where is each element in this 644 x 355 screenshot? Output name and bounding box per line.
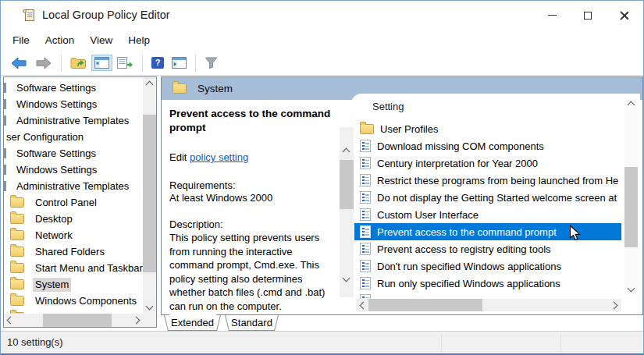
tree-item-user-configuration[interactable]: ser Configuration — [4, 129, 143, 145]
tab-extended[interactable]: Extended — [164, 315, 221, 331]
title-bar[interactable]: Local Group Policy Editor — [1, 1, 643, 30]
tree-vertical-scrollbar[interactable] — [143, 77, 156, 314]
maximize-button[interactable] — [570, 1, 606, 30]
toolbar: ? — [1, 51, 643, 76]
description-text: This policy setting prevents users from … — [169, 231, 330, 313]
menu-view[interactable]: View — [82, 32, 120, 48]
tree-item-network[interactable]: Network — [4, 227, 143, 243]
menu-file[interactable]: File — [5, 32, 37, 48]
scroll-right-icon[interactable] — [610, 302, 618, 310]
tree-item-system[interactable]: System — [4, 276, 143, 293]
folder-icon — [10, 197, 24, 208]
window-controls — [534, 1, 642, 30]
export-list-button[interactable] — [114, 55, 137, 71]
settings-horizontal-scrollbar[interactable] — [356, 299, 621, 311]
scroll-down-icon[interactable] — [146, 303, 154, 311]
settings-list-area: Setting User Profiles Download missing C… — [351, 94, 640, 314]
settings-vertical-scrollbar[interactable] — [624, 98, 638, 295]
scrollbar-thumb[interactable] — [368, 299, 482, 311]
close-button[interactable] — [606, 1, 642, 30]
edit-policy-line: Edit policy setting — [169, 151, 340, 163]
scrollbar-thumb[interactable] — [340, 160, 354, 209]
tab-standard[interactable]: Standard — [225, 315, 279, 331]
filter-icon — [205, 57, 218, 69]
folder-icon — [10, 296, 24, 306]
setting-item-getting-started-screen[interactable]: Do not display the Getting Started welco… — [354, 189, 621, 206]
description-vertical-scrollbar[interactable] — [340, 127, 354, 297]
setting-item-prevent-command-prompt[interactable]: Prevent access to the command prompt — [354, 223, 621, 240]
content-header-label: System — [197, 83, 233, 94]
up-one-level-button[interactable] — [67, 54, 90, 72]
setting-item-run-only-specified-apps[interactable]: Run only specified Windows applications — [354, 275, 621, 292]
tree-item-start-menu-and-taskbar[interactable]: Start Menu and Taskbar — [4, 260, 143, 276]
scroll-up-icon[interactable] — [343, 148, 350, 156]
setting-item-custom-user-interface[interactable]: Custom User Interface — [354, 206, 621, 223]
back-icon — [10, 56, 27, 70]
folder-icon — [10, 230, 24, 240]
tree-item-shared-folders[interactable]: Shared Folders — [4, 243, 143, 260]
folder-icon — [173, 83, 187, 94]
scroll-up-icon[interactable] — [146, 81, 154, 89]
forward-icon — [35, 56, 52, 70]
minimize-icon — [548, 15, 557, 16]
scroll-left-icon[interactable] — [7, 317, 15, 325]
scroll-right-icon[interactable] — [133, 317, 141, 325]
filter-button[interactable] — [201, 55, 221, 71]
scrollbar-thumb[interactable] — [143, 115, 156, 272]
tree-horizontal-scrollbar[interactable] — [4, 314, 143, 327]
policy-icon — [360, 243, 371, 255]
mouse-cursor — [569, 225, 581, 244]
setting-column-header[interactable]: Setting — [372, 101, 404, 112]
scroll-down-icon[interactable] — [343, 275, 350, 282]
folder-icon — [10, 214, 24, 224]
help-button[interactable]: ? — [148, 55, 167, 71]
policy-title: Prevent access to the command prompt — [169, 107, 335, 134]
scroll-down-icon[interactable] — [628, 285, 635, 293]
folder-icon — [360, 124, 374, 134]
toolbar-separator — [61, 55, 62, 72]
tree-item-software-settings-user[interactable]: Software Settings — [4, 145, 143, 162]
scroll-left-icon[interactable] — [360, 302, 368, 310]
folder-icon — [10, 263, 24, 273]
requirements-value: At least Windows 2000 — [169, 192, 340, 204]
show-action-pane-button[interactable] — [169, 55, 190, 71]
clipped-icon — [4, 115, 6, 126]
setting-item-century-interpretation[interactable]: Century interpretation for Year 2000 — [354, 154, 621, 172]
toolbar-separator — [195, 55, 196, 72]
scrollbar-thumb[interactable] — [624, 167, 638, 247]
status-text: 10 setting(s) — [7, 336, 63, 348]
clipped-icon — [4, 83, 6, 93]
status-separator — [560, 333, 561, 352]
tree-item-desktop[interactable]: Desktop — [4, 211, 143, 227]
scroll-up-icon[interactable] — [628, 101, 635, 109]
scrollbar-corner — [143, 314, 156, 327]
tree-item-windows-settings[interactable]: Windows Settings — [4, 96, 143, 112]
scrollbar-thumb[interactable] — [43, 314, 112, 327]
tree-item-software-settings[interactable]: Software Settings — [4, 80, 143, 96]
setting-item-prevent-registry-tools[interactable]: Prevent access to registry editing tools — [354, 240, 621, 257]
setting-item-restrict-programs[interactable]: Restrict these programs from being launc… — [354, 172, 621, 189]
description-label: Description: — [169, 218, 340, 230]
folder-icon — [10, 279, 24, 289]
local-group-policy-editor-window: Local Group Policy Editor File Action Vi… — [0, 0, 644, 355]
clipped-icon — [4, 165, 6, 175]
setting-item-user-profiles[interactable]: User Profiles — [354, 120, 621, 137]
back-button[interactable] — [7, 54, 30, 73]
setting-item-download-missing-com[interactable]: Download missing COM components — [354, 137, 621, 154]
clipped-icon — [4, 148, 6, 158]
show-action-pane-icon — [172, 57, 187, 69]
minimize-button[interactable] — [534, 1, 570, 30]
tree-item-windows-components[interactable]: Windows Components — [4, 293, 143, 309]
tree-item-control-panel[interactable]: Control Panel — [4, 194, 143, 211]
forward-button[interactable] — [32, 54, 55, 73]
policy-setting-link[interactable]: policy setting — [190, 151, 248, 163]
menu-help[interactable]: Help — [120, 32, 158, 48]
tree-item-windows-settings-user[interactable]: Windows Settings — [4, 162, 143, 178]
menu-action[interactable]: Action — [37, 32, 83, 48]
active-tab-connector — [169, 314, 216, 316]
console-tree-toggle-button[interactable] — [91, 55, 112, 71]
tree-item-administrative-templates-user[interactable]: Administrative Templates — [4, 178, 143, 194]
console-tree: Software Settings Windows Settings Admin… — [4, 77, 143, 314]
tree-item-administrative-templates[interactable]: Administrative Templates — [4, 112, 143, 129]
setting-item-dont-run-specified-apps[interactable]: Don't run specified Windows applications — [354, 257, 621, 275]
